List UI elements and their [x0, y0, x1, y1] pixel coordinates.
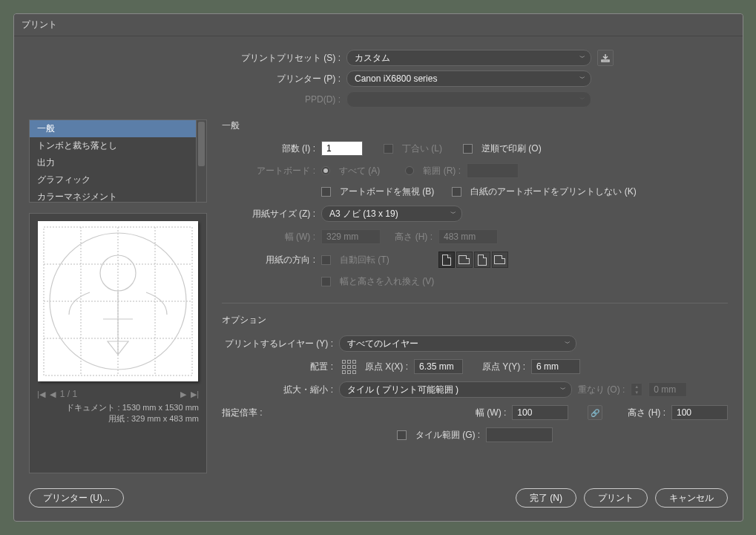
page-indicator: 1 / 1 [60, 389, 77, 399]
paperheight-input [438, 229, 498, 244]
tilerange-checkbox[interactable] [397, 430, 407, 440]
print-dialog: プリント プリントプリセット (S) : カスタム プリンター (P) : Ca… [13, 13, 743, 522]
artboard-all-label: すべて (A) [339, 165, 380, 177]
orient-landscape-left[interactable] [456, 252, 473, 268]
ratio-label: 指定倍率 : [222, 407, 266, 419]
artboard-range-label: 範囲 (R) : [423, 165, 461, 177]
skip-blank-label: 白紙のアートボードをプリントしない (K) [470, 186, 636, 198]
overlap-input [648, 382, 687, 397]
papersize-label: 用紙サイズ (Z) : [222, 208, 315, 220]
preview-size-info: ドキュメント : 1530 mm x 1530 mm 用紙 : 329 mm x… [37, 402, 199, 425]
scale-width-input[interactable] [512, 405, 568, 420]
preset-label: プリントプリセット (S) : [29, 52, 341, 65]
printer-select[interactable]: Canon iX6800 series [346, 70, 591, 87]
dialog-title: プリント [14, 14, 743, 36]
scale-height-label: 高さ (H) : [628, 407, 665, 419]
scale-label: 拡大・縮小 : [222, 384, 333, 396]
preview-nav: |◀ ◀ 1 / 1 ▶ ▶| [37, 389, 199, 399]
tilerange-input[interactable] [486, 427, 553, 442]
collate-label: 丁合い (L) [402, 142, 442, 155]
copies-input[interactable] [321, 141, 363, 156]
papersize-select[interactable]: A3 ノビ (13 x 19) [321, 206, 462, 222]
artboard-range-radio [405, 166, 414, 175]
paperwidth-input [321, 229, 381, 244]
first-page-icon[interactable]: |◀ [37, 390, 45, 399]
artboard-all-radio [321, 166, 330, 175]
auto-rotate-checkbox [321, 255, 331, 265]
top-settings: プリントプリセット (S) : カスタム プリンター (P) : Canon i… [29, 50, 728, 108]
print-button[interactable]: プリント [584, 488, 648, 508]
ppd-label: PPD(D) : [29, 94, 341, 105]
ignore-artboard-checkbox[interactable] [321, 187, 331, 197]
orient-portrait-down[interactable] [474, 252, 490, 268]
copies-label: 部数 (I) : [222, 142, 315, 155]
category-item-output[interactable]: 出力 [30, 154, 196, 171]
swap-wh-label: 幅と高さを入れ換え (V) [340, 275, 434, 288]
artboard-range-input [467, 163, 519, 178]
placement-grid-icon[interactable] [342, 360, 356, 374]
tilerange-label: タイル範囲 (G) : [415, 429, 480, 442]
right-column: 一般 部数 (I) : 丁合い (L) 逆順で印刷 (O) アートボード : す… [222, 119, 728, 473]
cancel-button[interactable]: キャンセル [655, 488, 728, 508]
save-preset-icon[interactable] [597, 50, 614, 66]
printer-setup-button[interactable]: プリンター (U)... [29, 488, 124, 508]
paperheight-label: 高さ (H) : [387, 231, 433, 243]
layers-label: プリントするレイヤー (Y) : [222, 338, 333, 350]
preview-artboard [38, 221, 198, 381]
swap-wh-checkbox [321, 277, 331, 286]
placement-label: 配置 : [222, 361, 333, 373]
ppd-select [346, 91, 591, 108]
general-section-title: 一般 [222, 119, 728, 132]
overlap-stepper: ▲▼ [631, 383, 642, 396]
scale-width-label: 幅 (W) : [476, 407, 506, 419]
origin-x-label: 原点 X(X) : [365, 361, 408, 373]
preset-select[interactable]: カスタム [346, 50, 591, 66]
ignore-artboard-label: アートボードを無視 (B) [340, 186, 434, 198]
dialog-content: プリントプリセット (S) : カスタム プリンター (P) : Canon i… [14, 36, 743, 479]
artboard-label: アートボード : [222, 165, 315, 177]
scale-select[interactable]: タイル ( プリント可能範囲 ) [339, 381, 572, 398]
origin-y-input[interactable] [531, 359, 580, 374]
section-divider [222, 303, 728, 303]
reverse-label: 逆順で印刷 (O) [481, 142, 542, 155]
layers-select[interactable]: すべてのレイヤー [339, 335, 576, 352]
category-scrollbar[interactable] [196, 120, 206, 202]
orient-portrait-up[interactable] [438, 252, 455, 268]
printer-label: プリンター (P) : [29, 73, 341, 85]
scale-height-input[interactable] [671, 405, 728, 420]
dialog-footer: プリンター (U)... 完了 (N) プリント キャンセル [14, 479, 743, 521]
auto-rotate-label: 自動回転 (T) [340, 254, 389, 266]
reverse-checkbox[interactable] [463, 144, 473, 154]
origin-y-label: 原点 Y(Y) : [482, 361, 525, 373]
overlap-label: 重なり (O) : [578, 384, 625, 396]
category-list[interactable]: 一般 トンボと裁ち落とし 出力 グラフィック カラーマネジメント [29, 119, 207, 203]
options-section-title: オプション [222, 314, 728, 326]
done-button[interactable]: 完了 (N) [516, 488, 576, 508]
prev-page-icon[interactable]: ◀ [50, 390, 56, 399]
category-item-graphics[interactable]: グラフィック [30, 171, 196, 188]
category-item-color[interactable]: カラーマネジメント [30, 188, 196, 202]
category-item-general[interactable]: 一般 [30, 120, 196, 137]
paperwidth-label: 幅 (W) : [222, 231, 315, 243]
orient-label: 用紙の方向 : [222, 254, 315, 266]
next-page-icon[interactable]: ▶ [180, 390, 186, 399]
preview-panel: |◀ ◀ 1 / 1 ▶ ▶| ドキュメント : 1530 mm x 1530 … [29, 213, 207, 473]
orient-landscape-right[interactable] [492, 252, 508, 268]
skip-blank-checkbox[interactable] [452, 187, 461, 197]
origin-x-input[interactable] [414, 359, 463, 374]
link-wh-icon[interactable]: 🔗 [588, 405, 602, 420]
orientation-group [438, 252, 508, 268]
last-page-icon[interactable]: ▶| [191, 390, 199, 399]
left-column: 一般 トンボと裁ち落とし 出力 グラフィック カラーマネジメント [29, 119, 207, 473]
category-item-marks[interactable]: トンボと裁ち落とし [30, 137, 196, 154]
collate-checkbox [384, 144, 393, 154]
preview-graphic [38, 221, 198, 381]
